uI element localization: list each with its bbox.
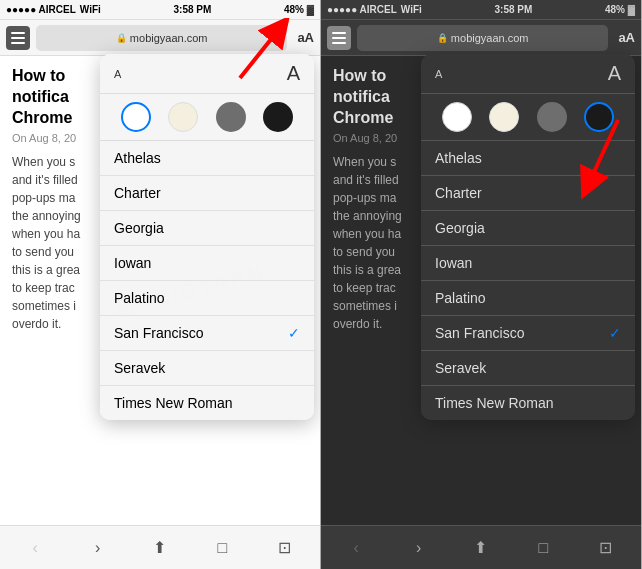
font-name-timesnewroman-left: Times New Roman [114, 395, 233, 411]
back-button-left[interactable]: ‹ [15, 530, 55, 566]
font-item-georgia-right[interactable]: Georgia [421, 211, 635, 246]
status-bar-left: ●●●●● AIRCEL WiFi 3:58 PM 48% ▓ [0, 0, 320, 20]
lock-icon-left: 🔒 [116, 33, 127, 43]
swatch-cream-right[interactable] [489, 102, 519, 132]
font-size-decrease-left[interactable]: A [114, 68, 121, 80]
time-right: 3:58 PM [494, 4, 532, 15]
url-text-right: mobigyaan.com [451, 32, 529, 44]
battery-left: 48% ▓ [284, 4, 314, 15]
font-list-left: Athelas Charter Georgia Iowan Palatino S… [100, 141, 314, 420]
bookmarks-button-right[interactable]: □ [523, 530, 563, 566]
font-item-iowan-right[interactable]: Iowan [421, 246, 635, 281]
font-item-charter-right[interactable]: Charter [421, 176, 635, 211]
font-name-seravek-left: Seravek [114, 360, 165, 376]
font-item-timesnewroman-left[interactable]: Times New Roman [100, 386, 314, 420]
font-size-increase-right[interactable]: A [608, 62, 621, 85]
font-size-row-right: A A [421, 54, 635, 94]
url-field-right[interactable]: 🔒 mobigyaan.com [357, 25, 608, 51]
font-item-georgia-left[interactable]: Georgia [100, 211, 314, 246]
url-bar-right: 🔒 mobigyaan.com aA [321, 20, 641, 56]
carrier-left: ●●●●● AIRCEL [6, 4, 76, 15]
menu-line [11, 42, 25, 44]
font-item-palatino-right[interactable]: Palatino [421, 281, 635, 316]
menu-line-r [332, 32, 346, 34]
status-left-right: ●●●●● AIRCEL WiFi [327, 4, 422, 15]
font-name-charter-right: Charter [435, 185, 482, 201]
tabs-button-left[interactable]: ⊡ [265, 530, 305, 566]
checkmark-sanfrancisco-right: ✓ [609, 325, 621, 341]
font-item-iowan-left[interactable]: Iowan [100, 246, 314, 281]
wifi-right: WiFi [401, 4, 422, 15]
left-phone-panel: ●●●●● AIRCEL WiFi 3:58 PM 48% ▓ 🔒 mobigy… [0, 0, 321, 569]
font-name-charter-left: Charter [114, 185, 161, 201]
font-name-georgia-left: Georgia [114, 220, 164, 236]
menu-button-right[interactable] [327, 26, 351, 50]
font-name-timesnewroman-right: Times New Roman [435, 395, 554, 411]
font-name-sanfrancisco-right: San Francisco [435, 325, 524, 341]
status-bar-right: ●●●●● AIRCEL WiFi 3:58 PM 48% ▓ [321, 0, 641, 20]
font-size-row-left: A A [100, 54, 314, 94]
font-item-sanfrancisco-left[interactable]: San Francisco ✓ [100, 316, 314, 351]
right-phone-panel: ●●●●● AIRCEL WiFi 3:58 PM 48% ▓ 🔒 mobigy… [321, 0, 642, 569]
menu-line-r [332, 42, 346, 44]
font-name-sanfrancisco-left: San Francisco [114, 325, 203, 341]
bookmarks-button-left[interactable]: □ [202, 530, 242, 566]
battery-right: 48% ▓ [605, 4, 635, 15]
font-size-increase-left[interactable]: A [287, 62, 300, 85]
share-button-right[interactable]: ⬆ [461, 530, 501, 566]
font-item-timesnewroman-right[interactable]: Times New Roman [421, 386, 635, 420]
wifi-left: WiFi [80, 4, 101, 15]
font-dropdown-right: A A Athelas Charter Georgia Iowan [421, 54, 635, 420]
menu-line [11, 37, 25, 39]
swatch-white-left[interactable] [121, 102, 151, 132]
forward-button-left[interactable]: › [78, 530, 118, 566]
color-row-left [100, 94, 314, 141]
font-item-charter-left[interactable]: Charter [100, 176, 314, 211]
status-left: ●●●●● AIRCEL WiFi [6, 4, 101, 15]
status-right-left: 48% ▓ [284, 4, 314, 15]
font-dropdown-left: A A Athelas Charter Georgia Iowan [100, 54, 314, 420]
url-text-left: mobigyaan.com [130, 32, 208, 44]
aa-button-left[interactable]: aA [297, 30, 314, 45]
url-bar-left: 🔒 mobigyaan.com aA [0, 20, 320, 56]
swatch-gray-left[interactable] [216, 102, 246, 132]
font-name-palatino-right: Palatino [435, 290, 486, 306]
forward-button-right[interactable]: › [399, 530, 439, 566]
font-item-palatino-left[interactable]: Palatino [100, 281, 314, 316]
font-item-seravek-right[interactable]: Seravek [421, 351, 635, 386]
bottom-bar-right: ‹ › ⬆ □ ⊡ [321, 525, 641, 569]
share-button-left[interactable]: ⬆ [140, 530, 180, 566]
bottom-bar-left: ‹ › ⬆ □ ⊡ [0, 525, 320, 569]
font-name-iowan-right: Iowan [435, 255, 472, 271]
menu-line [11, 32, 25, 34]
font-name-seravek-right: Seravek [435, 360, 486, 376]
status-right-right: 48% ▓ [605, 4, 635, 15]
font-item-athelas-left[interactable]: Athelas [100, 141, 314, 176]
swatch-black-right[interactable] [584, 102, 614, 132]
carrier-right: ●●●●● AIRCEL [327, 4, 397, 15]
swatch-cream-left[interactable] [168, 102, 198, 132]
font-size-decrease-right[interactable]: A [435, 68, 442, 80]
swatch-black-left[interactable] [263, 102, 293, 132]
font-name-iowan-left: Iowan [114, 255, 151, 271]
swatch-gray-right[interactable] [537, 102, 567, 132]
color-row-right [421, 94, 635, 141]
font-item-seravek-left[interactable]: Seravek [100, 351, 314, 386]
font-name-athelas-right: Athelas [435, 150, 482, 166]
url-field-left[interactable]: 🔒 mobigyaan.com [36, 25, 287, 51]
tabs-button-right[interactable]: ⊡ [586, 530, 626, 566]
menu-button-left[interactable] [6, 26, 30, 50]
aa-button-right[interactable]: aA [618, 30, 635, 45]
font-item-sanfrancisco-right[interactable]: San Francisco ✓ [421, 316, 635, 351]
lock-icon-right: 🔒 [437, 33, 448, 43]
swatch-white-right[interactable] [442, 102, 472, 132]
font-name-palatino-left: Palatino [114, 290, 165, 306]
font-name-georgia-right: Georgia [435, 220, 485, 236]
back-button-right[interactable]: ‹ [336, 530, 376, 566]
font-name-athelas-left: Athelas [114, 150, 161, 166]
time-left: 3:58 PM [173, 4, 211, 15]
menu-line-r [332, 37, 346, 39]
font-item-athelas-right[interactable]: Athelas [421, 141, 635, 176]
checkmark-sanfrancisco-left: ✓ [288, 325, 300, 341]
font-list-right: Athelas Charter Georgia Iowan Palatino S… [421, 141, 635, 420]
